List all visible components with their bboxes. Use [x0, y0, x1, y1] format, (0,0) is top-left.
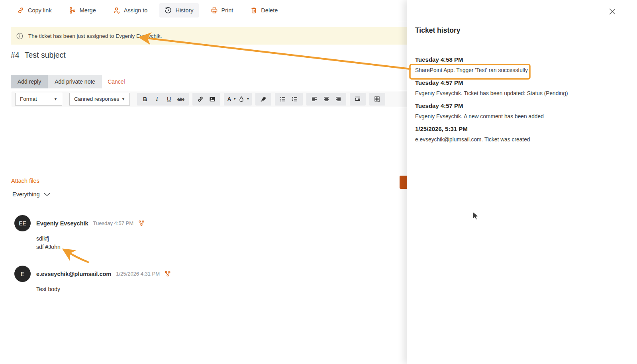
app-window: Copy link Merge Assign to [0, 0, 637, 364]
history-entry: Tuesday 4:57 PM Evgeniy Evseychik. Ticke… [415, 79, 626, 96]
comment-line: sdlkfj [36, 235, 145, 243]
remove-format-button[interactable] [257, 94, 269, 104]
history-button[interactable]: History [159, 3, 198, 18]
chevron-down-icon: ▼ [122, 97, 125, 101]
history-entry-time: Tuesday 4:58 PM [415, 56, 626, 63]
link-icon [17, 7, 24, 14]
align-right-button[interactable] [332, 94, 344, 104]
history-entry-text: e.evseychik@plumsail.com. Ticket was cre… [415, 137, 626, 143]
comment-item: E e.evseychik@plumsail.com 1/25/2026 4:3… [14, 266, 171, 294]
format-select-value: Format [20, 96, 37, 102]
history-entry: 1/25/2026, 5:31 PM e.evseychik@plumsail.… [415, 125, 626, 143]
bullet-list-button[interactable] [277, 94, 289, 104]
avatar: EE [14, 215, 31, 231]
color-group: A ▼ ▼ [224, 93, 252, 106]
avatar: E [14, 266, 31, 282]
comment-author: e.evseychik@plumsail.com [36, 271, 111, 277]
history-entries: Tuesday 4:58 PM SharePoint App. Trigger … [415, 56, 626, 149]
underline-button[interactable]: U [163, 94, 175, 104]
print-label: Print [221, 7, 233, 14]
history-entry-time: Tuesday 4:57 PM [415, 79, 626, 86]
close-icon [608, 8, 616, 16]
person-icon [113, 7, 120, 14]
table-group [369, 93, 385, 106]
close-panel-button[interactable] [608, 7, 617, 17]
history-entry-text: SharePoint App. Trigger 'Test' ran succe… [415, 67, 626, 73]
text-style-group: B I U abc [137, 93, 189, 106]
history-entry-text: Evgeniy Evseychik. Ticket has been updat… [415, 90, 626, 96]
chevron-down-icon: ▼ [233, 97, 236, 101]
bold-button[interactable]: B [139, 94, 151, 104]
history-clock-icon [165, 7, 172, 14]
comment-item: EE Evgeniy Evseychik Tuesday 4:57 PM sdl… [14, 215, 145, 251]
insert-table-button[interactable] [371, 94, 383, 104]
panel-title: Ticket history [415, 26, 460, 35]
assign-to-button[interactable]: Assign to [108, 3, 153, 18]
tab-add-reply[interactable]: Add reply [11, 75, 48, 88]
strikethrough-button[interactable]: abc [175, 94, 187, 104]
comment-timestamp: 1/25/2026 4:31 PM [116, 271, 160, 277]
ticket-history-panel: Ticket history Tuesday 4:58 PM SharePoin… [407, 0, 637, 364]
history-entry-time: Tuesday 4:57 PM [415, 102, 626, 109]
attach-files-link[interactable]: Attach files [11, 178, 39, 184]
assign-to-label: Assign to [124, 7, 148, 14]
history-entry-time: 1/25/2026, 5:31 PM [415, 125, 626, 132]
comment-author: Evgeniy Evseychik [36, 220, 88, 227]
chevron-down-icon: ▼ [54, 97, 57, 101]
comments-filter-dropdown[interactable]: Everything [12, 191, 50, 198]
ticket-number: #4 [11, 51, 20, 60]
delete-button[interactable]: Delete [245, 3, 283, 18]
merge-icon [69, 7, 76, 14]
fork-icon[interactable] [165, 270, 171, 277]
align-group [306, 93, 346, 106]
comment-body: sdlkfj sdf #John [36, 235, 145, 251]
font-color-button[interactable]: A ▼ [226, 94, 238, 104]
merge-button[interactable]: Merge [64, 3, 101, 18]
indent-group [350, 93, 366, 106]
delete-label: Delete [261, 7, 278, 14]
merge-label: Merge [80, 7, 96, 14]
info-icon [16, 33, 23, 39]
insert-image-button[interactable] [206, 94, 218, 104]
font-color-glyph: A [227, 96, 231, 102]
ticket-subject: Test subject [25, 51, 66, 60]
reply-tabs: Add reply Add private note Cancel [11, 75, 125, 88]
print-button[interactable]: Print [206, 3, 239, 18]
indent-button[interactable] [352, 94, 364, 104]
numbered-list-button[interactable] [289, 94, 301, 104]
printer-icon [211, 7, 218, 14]
comments-filter-value: Everything [12, 191, 40, 198]
banner-text: The ticket has been just assigned to Evg… [28, 33, 162, 39]
canned-responses-select[interactable]: Canned responses ▼ [69, 93, 130, 106]
align-left-button[interactable] [308, 94, 320, 104]
italic-button[interactable]: I [151, 94, 163, 104]
page-title: #4 Test subject [11, 51, 66, 60]
cancel-link[interactable]: Cancel [108, 78, 125, 85]
comment-line: Test body [36, 285, 171, 294]
fork-icon[interactable] [138, 220, 145, 227]
chevron-down-icon: ▼ [247, 97, 250, 101]
list-group [275, 93, 303, 106]
chevron-down-icon [44, 192, 50, 196]
copy-link-button[interactable]: Copy link [12, 3, 57, 18]
insert-link-button[interactable] [194, 94, 206, 104]
history-label: History [175, 7, 193, 14]
history-entry: Tuesday 4:58 PM SharePoint App. Trigger … [415, 56, 626, 73]
copy-link-label: Copy link [28, 7, 52, 14]
comment-body: Test body [36, 285, 171, 294]
tab-add-private-note[interactable]: Add private note [48, 75, 102, 88]
annotation-arrow-comment [65, 250, 88, 262]
insert-group [192, 93, 220, 106]
format-select[interactable]: Format ▼ [15, 93, 62, 106]
comment-line: sdf #John [36, 243, 145, 251]
clear-format-group [255, 93, 271, 106]
history-entry: Tuesday 4:57 PM Evgeniy Evseychik. A new… [415, 102, 626, 119]
history-entry-text: Evgeniy Evseychik. A new comment has bee… [415, 114, 626, 119]
align-center-button[interactable] [320, 94, 332, 104]
highlight-color-button[interactable]: ▼ [238, 94, 250, 104]
trash-icon [250, 7, 257, 14]
comment-timestamp: Tuesday 4:57 PM [93, 220, 133, 226]
canned-responses-value: Canned responses [74, 96, 119, 102]
